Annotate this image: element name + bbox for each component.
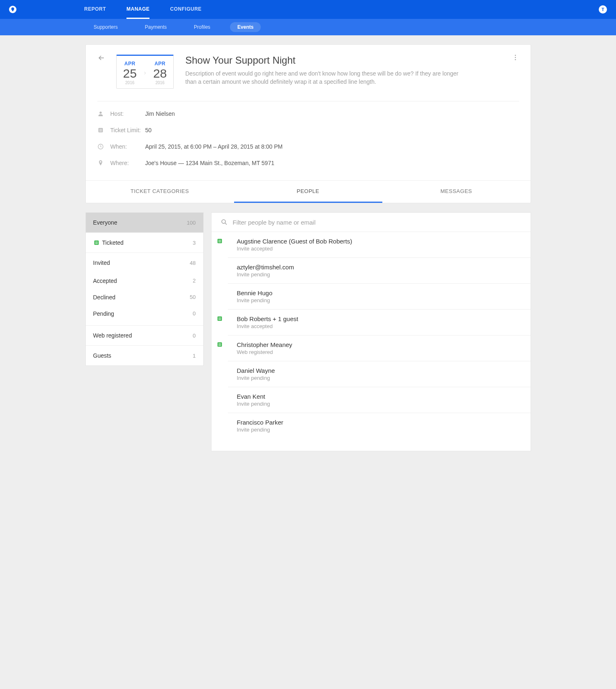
sidebar-item-label: Invited [93,260,190,266]
sidebar-group-invited: Invited 48 Accepted 2 Declined 50 Pendin… [86,253,203,326]
person-name: Christopher Meaney [237,341,292,348]
svg-rect-7 [99,131,102,131]
person-name: aztyler@timshel.com [237,264,294,271]
person-name: Bennie Hugo [237,289,273,296]
person-icon [97,110,110,117]
search-input[interactable] [233,219,522,226]
meta-ticket-limit: Ticket Limit: 50 [97,122,519,138]
sidebar-item-web-registered[interactable]: Web registered 0 [86,326,203,346]
sidebar-item-ticketed[interactable]: Ticketed 3 [86,233,203,253]
person-row[interactable]: Christopher MeaneyWeb registered [228,335,531,361]
more-icon[interactable] [512,54,519,61]
svg-rect-24 [218,344,221,345]
meta-where: Where: Joe's House — 1234 Main St., Boze… [97,155,519,171]
tab-configure[interactable]: CONFIGURE [170,0,202,19]
svg-rect-12 [95,243,98,244]
date-start-day: 25 [123,67,137,80]
svg-point-3 [99,112,101,114]
people-filter-sidebar: Everyone 100 Ticketed 3 Invited 48 Accep… [85,212,204,366]
date-end-day: 28 [153,67,167,80]
person-row[interactable]: Augstine Clarence (Guest of Bob Roberts)… [228,232,531,258]
date-start-month: APR [123,61,137,67]
subnav-payments[interactable]: Payments [138,22,174,32]
meta-limit-value: 50 [145,127,152,133]
date-end-month: APR [153,61,167,67]
person-row[interactable]: aztyler@timshel.comInvite pending [228,258,531,284]
sidebar-item-accepted[interactable]: Accepted 2 [86,273,203,289]
sidebar-item-label: Declined [93,294,190,301]
svg-rect-21 [218,319,221,320]
location-icon [97,160,110,166]
person-row[interactable]: Evan KentInvite pending [228,387,531,413]
ticket-icon [216,315,223,322]
tab-report[interactable]: REPORT [84,0,106,19]
meta-where-label: Where: [110,160,145,166]
svg-rect-16 [218,241,221,241]
date-range: APR 25 2016 APR 28 2016 [116,55,174,89]
svg-rect-20 [218,319,221,319]
event-card: APR 25 2016 APR 28 2016 Show Your Suppor… [85,44,531,203]
person-row[interactable]: Bennie HugoInvite pending [228,284,531,310]
people-list: Augstine Clarence (Guest of Bob Roberts)… [211,232,531,439]
person-name: Evan Kent [237,393,270,400]
tab-manage[interactable]: MANAGE [126,0,149,19]
svg-point-1 [515,57,516,58]
subnav-events[interactable]: Events [230,22,261,32]
person-row[interactable]: Francisco ParkerInvite pending [228,413,531,439]
ticket-icon [216,238,223,244]
search-row [211,213,531,232]
svg-rect-10 [95,241,98,242]
person-row[interactable]: Daniel WayneInvite pending [228,361,531,387]
svg-rect-5 [99,129,102,129]
subnav-supporters[interactable]: Supporters [86,22,125,32]
meta-when-label: When: [110,143,145,150]
svg-rect-11 [95,243,98,243]
app-logo[interactable] [9,6,16,13]
date-start: APR 25 2016 [123,61,137,85]
sidebar-item-count: 0 [193,310,195,317]
person-name: Bob Roberts + 1 guest [237,315,299,322]
meta-host-value: Jim Nielsen [145,110,175,117]
subtab-ticket-categories[interactable]: TICKET CATEGORIES [86,181,234,203]
meta-limit-label: Ticket Limit: [110,127,145,133]
person-status: Invite pending [237,375,275,381]
event-meta: Host: Jim Nielsen Ticket Limit: 50 When:… [97,101,519,180]
sidebar-item-label: Ticketed [102,239,193,246]
subtab-people[interactable]: PEOPLE [234,181,382,203]
sidebar-item-pending[interactable]: Pending 0 [86,305,203,322]
person-status: Invite pending [237,427,283,433]
sidebar-item-declined[interactable]: Declined 50 [86,289,203,305]
people-list-card: Augstine Clarence (Guest of Bob Roberts)… [211,212,531,451]
chevron-right-icon [143,71,147,76]
sidebar-item-count: 0 [193,333,195,339]
meta-when: When: April 25, 2015, at 6:00 PM – April… [97,138,519,155]
sidebar-item-count: 1 [193,353,195,359]
person-status: Invite accepted [237,246,352,252]
svg-rect-23 [218,343,221,344]
primary-tabs: REPORT MANAGE CONFIGURE [84,0,202,19]
sidebar-item-everyone[interactable]: Everyone 100 [86,213,203,233]
meta-host: Host: Jim Nielsen [97,106,519,122]
sidebar-item-label: Everyone [93,219,187,226]
subnav-profiles[interactable]: Profiles [186,22,218,32]
svg-point-2 [515,59,516,60]
svg-rect-17 [218,242,221,242]
svg-rect-15 [218,240,221,240]
date-end: APR 28 2016 [153,61,167,85]
sidebar-item-guests[interactable]: Guests 1 [86,346,203,365]
sidebar-item-count: 50 [190,294,195,301]
avatar[interactable]: T [599,5,607,14]
sidebar-item-count: 2 [193,278,195,284]
sidebar-item-invited[interactable]: Invited 48 [86,253,203,273]
sidebar-item-count: 48 [190,260,195,266]
primary-nav: REPORT MANAGE CONFIGURE T [0,0,616,19]
person-status: Invite pending [237,297,273,303]
person-row[interactable]: Bob Roberts + 1 guestInvite accepted [228,310,531,335]
person-status: Invite pending [237,271,294,278]
meta-where-value: Joe's House — 1234 Main St., Bozeman, MT… [145,160,274,166]
event-subtabs: TICKET CATEGORIES PEOPLE MESSAGES [86,180,531,203]
subtab-messages[interactable]: MESSAGES [382,181,531,203]
person-name: Augstine Clarence (Guest of Bob Roberts) [237,238,352,245]
back-arrow-icon[interactable] [97,54,106,62]
date-end-year: 2016 [153,80,167,85]
